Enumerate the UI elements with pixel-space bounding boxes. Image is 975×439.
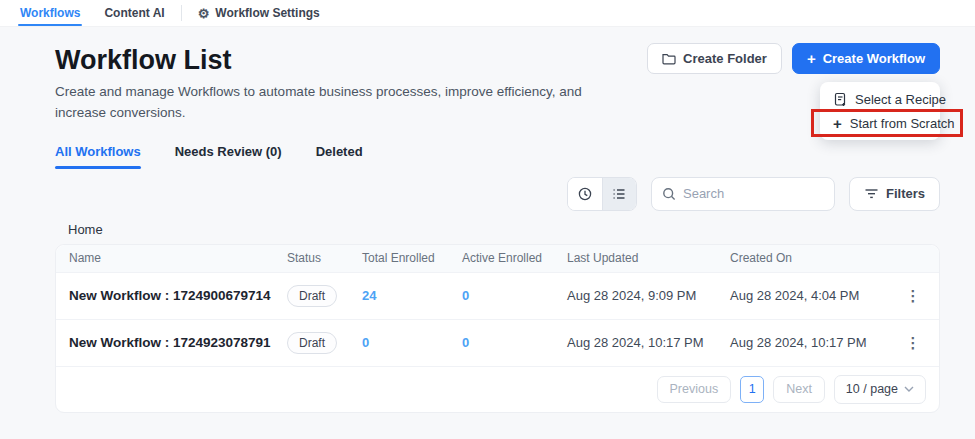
table-row: New Workflow : 1724923078791 Draft 0 0 A… xyxy=(56,319,939,366)
create-folder-button[interactable]: Create Folder xyxy=(647,43,782,74)
create-workflow-label: Create Workflow xyxy=(823,51,925,66)
nav-tab-label: Content AI xyxy=(104,6,164,20)
pagination: Previous 1 Next 10 / page xyxy=(56,366,939,412)
tab-label: Needs Review (0) xyxy=(175,144,282,159)
header-actions: Create Folder + Create Workflow xyxy=(647,43,940,124)
list-view-button[interactable] xyxy=(602,178,636,210)
last-updated-value: Aug 28 2024, 10:17 PM xyxy=(567,335,730,350)
menu-item-label: Start from Scratch xyxy=(850,116,955,131)
menu-item-start-from-scratch[interactable]: + Start from Scratch xyxy=(820,111,940,135)
nav-tab-label: Workflows xyxy=(20,6,80,20)
plus-icon: + xyxy=(807,51,816,66)
page-description: Create and manage Workflows to automate … xyxy=(55,82,600,124)
table-header-row: Name Status Total Enrolled Active Enroll… xyxy=(56,245,939,272)
nav-tab-content-ai[interactable]: Content AI xyxy=(92,0,176,26)
status-badge: Draft xyxy=(287,332,337,354)
status-cell: Draft xyxy=(287,332,362,354)
workflow-name-link[interactable]: New Workflow : 1724900679714 xyxy=(69,288,287,303)
page-size-select[interactable]: 10 / page xyxy=(834,375,926,404)
breadcrumb[interactable]: Home xyxy=(68,222,940,237)
list-toolbar: Filters xyxy=(55,177,940,211)
nav-tab-label: Workflow Settings xyxy=(215,6,319,20)
tab-deleted[interactable]: Deleted xyxy=(316,144,363,169)
create-workflow-dropdown: Select a Recipe + Start from Scratch xyxy=(820,82,940,140)
last-updated-value: Aug 28 2024, 9:09 PM xyxy=(567,288,730,303)
create-folder-label: Create Folder xyxy=(683,51,767,66)
create-workflow-button[interactable]: + Create Workflow xyxy=(792,43,940,74)
chevron-down-icon xyxy=(904,386,914,392)
folder-icon xyxy=(662,52,676,65)
menu-item-label: Select a Recipe xyxy=(855,92,946,107)
active-enrolled-link[interactable]: 0 xyxy=(462,335,567,350)
nav-divider xyxy=(181,5,182,21)
clock-icon xyxy=(577,186,593,202)
workflow-list-page: Workflows Content AI ⚙ Workflow Settings… xyxy=(0,0,975,439)
tab-all-workflows[interactable]: All Workflows xyxy=(55,144,141,169)
tab-label: All Workflows xyxy=(55,144,141,159)
next-page-button[interactable]: Next xyxy=(773,376,825,403)
page-header: Workflow List Create and manage Workflow… xyxy=(55,39,940,124)
list-tabs: All Workflows Needs Review (0) Deleted xyxy=(55,144,940,169)
gear-icon: ⚙ xyxy=(198,7,210,20)
column-header-total-enrolled: Total Enrolled xyxy=(362,251,462,265)
status-cell: Draft xyxy=(287,285,362,307)
top-nav: Workflows Content AI ⚙ Workflow Settings xyxy=(0,0,975,27)
status-badge: Draft xyxy=(287,285,337,307)
title-block: Workflow List Create and manage Workflow… xyxy=(55,39,600,124)
previous-page-button[interactable]: Previous xyxy=(657,376,732,403)
total-enrolled-link[interactable]: 24 xyxy=(362,288,462,303)
recent-view-button[interactable] xyxy=(568,178,602,210)
search-box xyxy=(651,177,835,211)
created-on-value: Aug 28 2024, 10:17 PM xyxy=(730,335,905,350)
total-enrolled-link[interactable]: 0 xyxy=(362,335,462,350)
page-title: Workflow List xyxy=(55,45,600,76)
filter-icon xyxy=(864,187,879,200)
column-header-created-on: Created On xyxy=(730,251,905,265)
created-on-value: Aug 28 2024, 4:04 PM xyxy=(730,288,905,303)
list-icon xyxy=(611,186,627,202)
column-header-active-enrolled: Active Enrolled xyxy=(462,251,567,265)
filters-label: Filters xyxy=(886,186,925,201)
workflow-table: Name Status Total Enrolled Active Enroll… xyxy=(55,244,940,413)
current-page-button[interactable]: 1 xyxy=(740,376,764,403)
recipe-icon xyxy=(833,92,847,107)
workflow-name-link[interactable]: New Workflow : 1724923078791 xyxy=(69,335,287,350)
filters-button[interactable]: Filters xyxy=(849,177,940,211)
tab-needs-review[interactable]: Needs Review (0) xyxy=(175,144,282,169)
page-size-label: 10 / page xyxy=(846,382,898,396)
nav-tab-workflow-settings[interactable]: ⚙ Workflow Settings xyxy=(186,0,332,26)
row-actions-menu-icon[interactable]: ⋮ xyxy=(905,334,921,352)
nav-tab-workflows[interactable]: Workflows xyxy=(8,0,92,26)
page-content: Workflow List Create and manage Workflow… xyxy=(0,27,975,413)
plus-icon: + xyxy=(833,116,842,131)
row-actions-menu-icon[interactable]: ⋮ xyxy=(905,287,921,305)
search-input[interactable] xyxy=(683,186,824,201)
tab-label: Deleted xyxy=(316,144,363,159)
search-icon xyxy=(662,187,676,201)
column-header-last-updated: Last Updated xyxy=(567,251,730,265)
column-header-status: Status xyxy=(287,251,362,265)
column-header-name: Name xyxy=(69,251,287,265)
active-enrolled-link[interactable]: 0 xyxy=(462,288,567,303)
table-row: New Workflow : 1724900679714 Draft 24 0 … xyxy=(56,272,939,319)
menu-item-select-a-recipe[interactable]: Select a Recipe xyxy=(820,87,940,111)
view-mode-toggle xyxy=(567,177,637,211)
